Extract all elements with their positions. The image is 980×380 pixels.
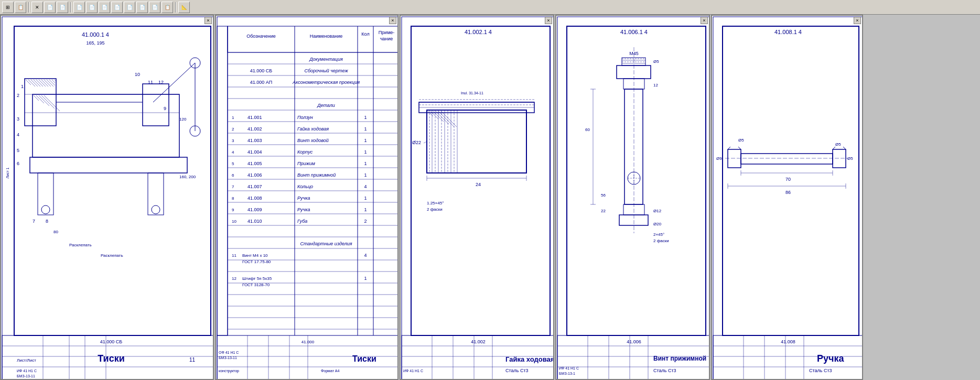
toolbar-btn-2[interactable]: 📋 xyxy=(15,2,26,13)
panel-bom: × Обозначение Наименование Кол Приме- ча… xyxy=(215,15,399,380)
svg-text:22: 22 xyxy=(601,209,606,213)
toolbar-btn-4[interactable]: 📄 xyxy=(44,2,56,13)
toolbar-btn-9[interactable]: 📄 xyxy=(111,2,123,13)
svg-text:Гайка ходовая: Гайка ходовая xyxy=(297,126,329,132)
svg-text:Ø9: Ø9 xyxy=(716,156,722,161)
svg-text:41.000 СБ: 41.000 СБ xyxy=(100,339,123,344)
svg-text:12: 12 xyxy=(232,276,236,281)
svg-text:Ø20: Ø20 xyxy=(653,222,662,226)
svg-text:1: 1 xyxy=(364,196,367,201)
svg-text:41.001: 41.001 xyxy=(247,115,262,120)
svg-text:41.006: 41.006 xyxy=(247,172,262,178)
svg-text:41.002: 41.002 xyxy=(471,339,486,344)
svg-text:Аксонометрическая проекция: Аксонометрическая проекция xyxy=(292,80,360,85)
toolbar-btn-3[interactable]: ✕ xyxy=(31,2,43,13)
svg-text:Ø5: Ø5 xyxy=(738,138,744,143)
main-area: × 41.000.1 4 165, 195 Лист 1 xyxy=(0,15,980,380)
svg-text:2: 2 xyxy=(232,127,234,132)
toolbar-btn-8[interactable]: 📄 xyxy=(99,2,110,13)
svg-text:Приме-: Приме- xyxy=(379,30,395,35)
svg-text:1: 1 xyxy=(364,276,367,281)
svg-text:2 фаски: 2 фаски xyxy=(653,238,669,243)
svg-text:11: 11 xyxy=(189,357,196,363)
svg-text:Ручка: Ручка xyxy=(297,196,310,201)
svg-text:4: 4 xyxy=(232,150,234,155)
toolbar-btn-6[interactable]: 📄 xyxy=(73,2,85,13)
svg-text:Стандартные изделия: Стандартные изделия xyxy=(300,241,352,246)
toolbar-btn-14[interactable]: 📐 xyxy=(178,2,190,13)
svg-text:Inul. 31.34-11: Inul. 31.34-11 xyxy=(461,91,483,95)
svg-text:41.000: 41.000 xyxy=(301,340,315,344)
svg-text:1: 1 xyxy=(364,161,367,166)
svg-text:Наименование: Наименование xyxy=(310,34,342,39)
svg-text:ИФ 41 Н1 С: ИФ 41 Н1 С xyxy=(403,369,423,373)
svg-text:41.000.1 4: 41.000.1 4 xyxy=(82,31,109,38)
panel-3-close[interactable]: × xyxy=(545,17,552,24)
svg-text:60: 60 xyxy=(585,127,590,132)
svg-text:Сталь Ст3: Сталь Ст3 xyxy=(653,368,676,373)
svg-text:6: 6 xyxy=(17,161,19,166)
svg-text:12: 12 xyxy=(158,80,164,85)
toolbar-btn-5[interactable]: 📄 xyxy=(57,2,68,13)
svg-text:41.006: 41.006 xyxy=(627,339,641,344)
panel-5-svg: 41.008.1 4 Ø5 Ø5 xyxy=(712,16,863,380)
panel-assembly: × 41.000.1 4 165, 195 Лист 1 xyxy=(0,15,214,380)
svg-text:2 фаски: 2 фаски xyxy=(427,207,443,212)
toolbar-btn-11[interactable]: 📄 xyxy=(136,2,148,13)
toolbar-btn-10[interactable]: 📄 xyxy=(124,2,135,13)
svg-text:Винт прижимной: Винт прижимной xyxy=(653,355,706,362)
toolbar-btn-13[interactable]: 📋 xyxy=(161,2,173,13)
svg-text:2: 2 xyxy=(17,93,19,98)
svg-text:Сборочный чертеж: Сборочный чертеж xyxy=(304,68,348,73)
panel-1-svg: 41.000.1 4 165, 195 Лист 1 xyxy=(1,16,214,380)
panel-2-close[interactable]: × xyxy=(389,17,396,24)
toolbar-separator-1 xyxy=(28,2,29,13)
svg-text:1: 1 xyxy=(21,84,24,89)
svg-text:9: 9 xyxy=(232,208,234,212)
svg-rect-0 xyxy=(2,17,214,380)
svg-text:1: 1 xyxy=(364,115,367,120)
svg-text:5: 5 xyxy=(232,161,234,166)
svg-text:10: 10 xyxy=(135,72,140,77)
svg-text:ИФ 41 Н1 С: ИФ 41 Н1 С xyxy=(17,369,37,373)
svg-text:70: 70 xyxy=(785,177,791,182)
toolbar: ⊞ 📋 ✕ 📄 📄 📄 📄 📄 📄 📄 📄 📄 📋 📐 xyxy=(0,0,980,15)
svg-text:Гайка ходовая: Гайка ходовая xyxy=(505,355,554,363)
svg-text:1: 1 xyxy=(364,138,367,143)
svg-text:Винт М4 х 10: Винт М4 х 10 xyxy=(242,253,268,258)
toolbar-btn-7[interactable]: 📄 xyxy=(86,2,98,13)
svg-text:Ø22: Ø22 xyxy=(412,140,421,145)
toolbar-btn-12[interactable]: 📄 xyxy=(149,2,160,13)
panel-1-close[interactable]: × xyxy=(204,17,212,24)
svg-text:6: 6 xyxy=(232,173,234,178)
svg-rect-264 xyxy=(713,17,863,380)
svg-text:165, 195: 165, 195 xyxy=(86,40,104,46)
svg-text:4: 4 xyxy=(364,184,367,189)
svg-text:Ползун: Ползун xyxy=(297,115,313,120)
svg-text:9: 9 xyxy=(164,106,166,111)
svg-text:Документация: Документация xyxy=(309,57,343,62)
panel-handle: × 41.008.1 4 Ø5 xyxy=(711,15,863,380)
svg-text:41.008.1 4: 41.008.1 4 xyxy=(774,29,802,35)
svg-text:чание: чание xyxy=(380,36,393,41)
svg-text:86: 86 xyxy=(785,190,791,195)
svg-text:Винт прижимной: Винт прижимной xyxy=(297,172,336,178)
svg-text:Ручка: Ручка xyxy=(817,353,844,364)
toolbar-btn-1[interactable]: ⊞ xyxy=(2,2,14,13)
svg-text:1: 1 xyxy=(232,115,234,120)
svg-text:Ø5: Ø5 xyxy=(847,156,853,161)
svg-text:2×45°: 2×45° xyxy=(653,232,664,237)
svg-text:5: 5 xyxy=(17,148,19,153)
svg-text:1.25×45°: 1.25×45° xyxy=(427,201,444,205)
panel-4-close[interactable]: × xyxy=(701,17,708,24)
svg-text:1: 1 xyxy=(364,172,367,178)
svg-text:80: 80 xyxy=(53,230,58,234)
svg-text:Тиски: Тиски xyxy=(352,354,376,363)
svg-text:Губа: Губа xyxy=(297,219,307,224)
svg-text:8: 8 xyxy=(232,196,234,201)
svg-text:БМЗ-13-11: БМЗ-13-11 xyxy=(219,356,237,360)
svg-text:ИФ 41 Н1 С: ИФ 41 Н1 С xyxy=(559,366,579,370)
toolbar-separator-3 xyxy=(175,2,176,13)
panel-5-close[interactable]: × xyxy=(854,17,861,24)
panel-3-svg: 41.002.1 4 xyxy=(401,16,554,380)
